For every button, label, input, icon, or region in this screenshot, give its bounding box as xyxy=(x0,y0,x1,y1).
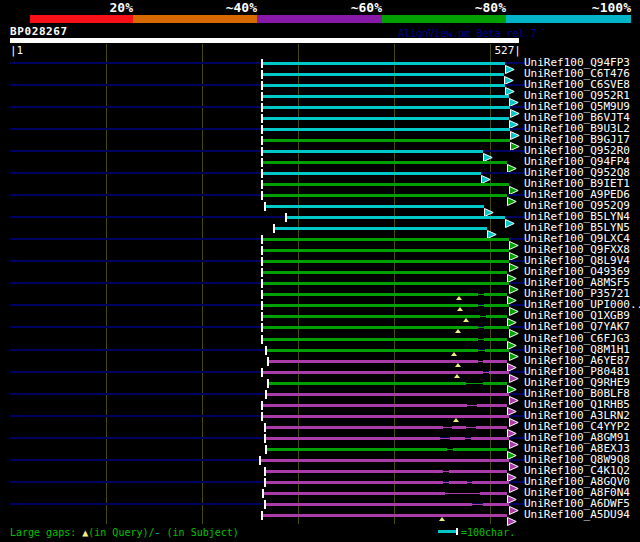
alignment-bar[interactable] xyxy=(486,315,507,318)
alignment-bar[interactable] xyxy=(450,437,465,440)
alignment-bar[interactable] xyxy=(266,426,443,429)
alignment-bar[interactable] xyxy=(472,481,509,484)
alignment-bar[interactable] xyxy=(471,437,509,440)
alignment-bar[interactable] xyxy=(263,304,478,307)
alignment-bar[interactable] xyxy=(483,382,507,385)
alignment-bar[interactable] xyxy=(484,338,507,341)
alignment-bar[interactable] xyxy=(263,84,505,87)
alignment-bar[interactable] xyxy=(263,172,481,175)
alignment-bar[interactable] xyxy=(263,415,509,418)
hit-label[interactable]: UniRef100_A5DU94 xyxy=(524,509,630,520)
alignment-bar[interactable] xyxy=(263,338,478,341)
alignment-arrow-icon[interactable] xyxy=(509,279,519,288)
alignment-bar[interactable] xyxy=(476,426,507,429)
alignment-arrow-icon[interactable] xyxy=(509,368,519,377)
alignment-bar[interactable] xyxy=(263,371,483,374)
alignment-arrow-icon[interactable] xyxy=(509,246,519,255)
alignment-bar[interactable] xyxy=(484,293,507,296)
alignment-arrow-icon[interactable] xyxy=(510,125,520,134)
alignment-bar[interactable] xyxy=(269,382,466,385)
alignment-arrow-icon[interactable] xyxy=(481,169,491,178)
alignment-bar[interactable] xyxy=(480,492,507,495)
alignment-bar[interactable] xyxy=(264,492,445,495)
alignment-bar[interactable] xyxy=(484,326,509,329)
alignment-bar[interactable] xyxy=(263,150,483,153)
alignment-arrow-icon[interactable] xyxy=(505,213,515,222)
alignment-bar[interactable] xyxy=(263,73,504,76)
alignment-bar[interactable] xyxy=(269,360,478,363)
alignment-bar[interactable] xyxy=(267,448,447,451)
alignment-arrow-icon[interactable] xyxy=(504,70,514,79)
alignment-arrow-icon[interactable] xyxy=(507,191,517,200)
alignment-arrow-icon[interactable] xyxy=(510,103,520,112)
alignment-bar[interactable] xyxy=(263,128,510,131)
alignment-bar[interactable] xyxy=(483,503,509,506)
alignment-bar[interactable] xyxy=(261,459,509,462)
alignment-arrow-icon[interactable] xyxy=(509,114,519,123)
alignment-arrow-icon[interactable] xyxy=(509,301,519,310)
alignment-arrow-icon[interactable] xyxy=(509,456,519,465)
alignment-bar[interactable] xyxy=(263,326,478,329)
alignment-bar[interactable] xyxy=(263,106,510,109)
hit-label[interactable]: UniRef100_Q7YAK7 xyxy=(524,321,630,332)
alignment-arrow-icon[interactable] xyxy=(507,357,517,366)
alignment-bar[interactable] xyxy=(267,349,478,352)
alignment-bar[interactable] xyxy=(477,404,507,407)
alignment-arrow-icon[interactable] xyxy=(509,412,519,421)
alignment-arrow-icon[interactable] xyxy=(507,379,517,388)
alignment-bar[interactable] xyxy=(263,117,509,120)
alignment-bar[interactable] xyxy=(266,437,440,440)
alignment-bar[interactable] xyxy=(263,161,507,164)
alignment-bar[interactable] xyxy=(485,349,509,352)
alignment-arrow-icon[interactable] xyxy=(507,489,517,498)
alignment-bar[interactable] xyxy=(263,139,510,142)
alignment-arrow-icon[interactable] xyxy=(507,445,517,454)
alignment-bar[interactable] xyxy=(449,470,507,473)
alignment-bar[interactable] xyxy=(484,304,509,307)
alignment-arrow-icon[interactable] xyxy=(487,224,497,233)
alignment-bar[interactable] xyxy=(263,271,507,274)
alignment-bar[interactable] xyxy=(483,360,507,363)
alignment-arrow-icon[interactable] xyxy=(507,511,517,520)
alignment-bar[interactable] xyxy=(452,426,466,429)
alignment-bar[interactable] xyxy=(263,183,509,186)
alignment-arrow-icon[interactable] xyxy=(509,92,519,101)
alignment-arrow-icon[interactable] xyxy=(505,59,515,68)
alignment-arrow-icon[interactable] xyxy=(505,81,515,90)
alignment-arrow-icon[interactable] xyxy=(507,268,517,277)
alignment-arrow-icon[interactable] xyxy=(507,158,517,167)
alignment-bar[interactable] xyxy=(263,260,509,263)
alignment-arrow-icon[interactable] xyxy=(507,467,517,476)
alignment-arrow-icon[interactable] xyxy=(510,136,520,145)
alignment-bar[interactable] xyxy=(266,481,443,484)
alignment-bar[interactable] xyxy=(263,282,509,285)
alignment-arrow-icon[interactable] xyxy=(509,180,519,189)
alignment-arrow-icon[interactable] xyxy=(507,335,517,344)
alignment-arrow-icon[interactable] xyxy=(509,235,519,244)
alignment-bar[interactable] xyxy=(263,238,509,241)
alignment-bar[interactable] xyxy=(263,194,507,197)
alignment-bar[interactable] xyxy=(263,514,507,517)
alignment-arrow-icon[interactable] xyxy=(509,390,519,399)
alignment-bar[interactable] xyxy=(263,95,509,98)
alignment-arrow-icon[interactable] xyxy=(484,202,494,211)
alignment-arrow-icon[interactable] xyxy=(483,147,493,156)
alignment-bar[interactable] xyxy=(266,470,443,473)
alignment-arrow-icon[interactable] xyxy=(509,434,519,443)
alignment-arrow-icon[interactable] xyxy=(509,500,519,509)
alignment-arrow-icon[interactable] xyxy=(509,323,519,332)
alignment-arrow-icon[interactable] xyxy=(507,312,517,321)
alignment-arrow-icon[interactable] xyxy=(509,478,519,487)
alignment-bar[interactable] xyxy=(263,249,509,252)
alignment-bar[interactable] xyxy=(489,371,509,374)
alignment-bar[interactable] xyxy=(287,216,505,219)
alignment-bar[interactable] xyxy=(263,62,505,65)
alignment-arrow-icon[interactable] xyxy=(509,346,519,355)
alignment-arrow-icon[interactable] xyxy=(507,423,517,432)
alignment-bar[interactable] xyxy=(263,404,467,407)
alignment-arrow-icon[interactable] xyxy=(507,401,517,410)
alignment-bar[interactable] xyxy=(275,227,487,230)
alignment-arrow-icon[interactable] xyxy=(509,257,519,266)
alignment-bar[interactable] xyxy=(453,448,507,451)
alignment-bar[interactable] xyxy=(263,293,478,296)
